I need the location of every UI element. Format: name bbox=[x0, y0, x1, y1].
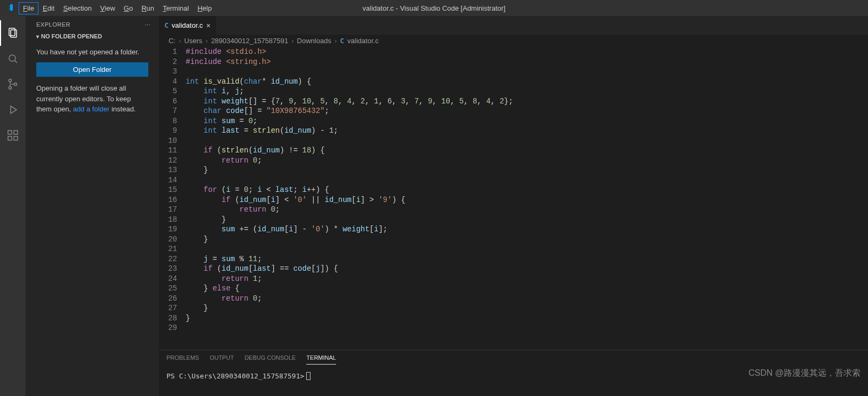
explorer-icon[interactable] bbox=[0, 20, 26, 46]
menu-view[interactable]: View bbox=[96, 2, 120, 14]
breadcrumb-segment[interactable]: Downloads bbox=[297, 37, 331, 45]
svg-rect-10 bbox=[14, 136, 18, 140]
tab-bar: C validator.c × bbox=[159, 16, 868, 35]
tab-validator-c[interactable]: C validator.c × bbox=[159, 16, 217, 35]
minimap[interactable] bbox=[839, 47, 868, 350]
activity-bar bbox=[0, 16, 26, 396]
svg-point-6 bbox=[14, 83, 17, 86]
add-folder-link[interactable]: add a folder bbox=[73, 105, 110, 113]
menu-bar: FileEditSelectionViewGoRunTerminalHelp bbox=[19, 2, 216, 14]
sidebar-hint: Opening a folder will close all currentl… bbox=[36, 83, 148, 115]
svg-rect-0 bbox=[9, 28, 15, 36]
panel-tab-output[interactable]: OUTPUT bbox=[210, 354, 234, 365]
terminal-body[interactable]: PS C:\Users\2890340012_157587591> bbox=[159, 365, 868, 396]
panel-tabs: PROBLEMSOUTPUTDEBUG CONSOLETERMINAL bbox=[159, 350, 868, 365]
title-bar: FileEditSelectionViewGoRunTerminalHelp v… bbox=[0, 0, 868, 16]
terminal-prompt: PS C:\Users\2890340012_157587591> bbox=[166, 372, 304, 380]
svg-rect-9 bbox=[8, 136, 12, 140]
search-icon[interactable] bbox=[0, 46, 26, 71]
window-title: validator.c - Visual Studio Code [Admini… bbox=[363, 4, 506, 12]
menu-file[interactable]: File bbox=[19, 2, 38, 14]
menu-selection[interactable]: Selection bbox=[59, 2, 95, 14]
svg-point-4 bbox=[9, 79, 12, 82]
breadcrumb-segment[interactable]: C: bbox=[169, 37, 176, 45]
svg-line-3 bbox=[15, 61, 18, 63]
svg-point-5 bbox=[9, 87, 12, 90]
bottom-panel: PROBLEMSOUTPUTDEBUG CONSOLETERMINAL PS C… bbox=[159, 350, 868, 396]
panel-tab-problems[interactable]: PROBLEMS bbox=[166, 354, 199, 365]
explorer-sidebar: EXPLORER ··· NO FOLDER OPENED You have n… bbox=[26, 16, 159, 396]
c-file-icon: C bbox=[164, 21, 169, 29]
extensions-icon[interactable] bbox=[0, 123, 26, 148]
menu-edit[interactable]: Edit bbox=[38, 2, 59, 14]
code-editor[interactable]: 1234567891011121314151617181920212223242… bbox=[159, 47, 868, 350]
more-icon[interactable]: ··· bbox=[145, 21, 150, 28]
menu-run[interactable]: Run bbox=[137, 2, 158, 14]
sidebar-title: EXPLORER bbox=[36, 21, 70, 28]
menu-help[interactable]: Help bbox=[193, 2, 216, 14]
svg-marker-7 bbox=[11, 106, 17, 114]
breadcrumb-segment[interactable]: validator.c bbox=[347, 37, 379, 45]
svg-rect-8 bbox=[8, 131, 12, 134]
svg-rect-1 bbox=[11, 30, 17, 37]
sidebar-section-header[interactable]: NO FOLDER OPENED bbox=[26, 31, 159, 42]
svg-point-2 bbox=[9, 55, 15, 61]
svg-rect-11 bbox=[14, 131, 18, 134]
tab-label: validator.c bbox=[172, 21, 203, 29]
source-control-icon[interactable] bbox=[0, 71, 26, 97]
close-icon[interactable]: × bbox=[206, 21, 210, 30]
open-folder-button[interactable]: Open Folder bbox=[36, 62, 148, 77]
panel-tab-terminal[interactable]: TERMINAL bbox=[306, 354, 336, 365]
breadcrumb-segment[interactable]: 2890340012_157587591 bbox=[211, 37, 289, 45]
menu-go[interactable]: Go bbox=[120, 2, 137, 14]
terminal-cursor bbox=[306, 372, 310, 380]
breadcrumb-segment[interactable]: Users bbox=[184, 37, 202, 45]
line-numbers: 1234567891011121314151617181920212223242… bbox=[159, 47, 186, 350]
c-file-icon: C bbox=[340, 37, 344, 45]
menu-terminal[interactable]: Terminal bbox=[158, 2, 193, 14]
vscode-logo-icon bbox=[0, 3, 19, 13]
editor-group: C validator.c × C:›Users›2890340012_1575… bbox=[159, 16, 868, 396]
breadcrumbs[interactable]: C:›Users›2890340012_157587591›Downloads›… bbox=[159, 35, 868, 47]
panel-tab-debug-console[interactable]: DEBUG CONSOLE bbox=[244, 354, 296, 365]
run-debug-icon[interactable] bbox=[0, 97, 26, 123]
no-folder-message: You have not yet opened a folder. bbox=[36, 48, 148, 56]
code-content[interactable]: #include <stdio.h>#include <string.h> in… bbox=[186, 47, 839, 350]
